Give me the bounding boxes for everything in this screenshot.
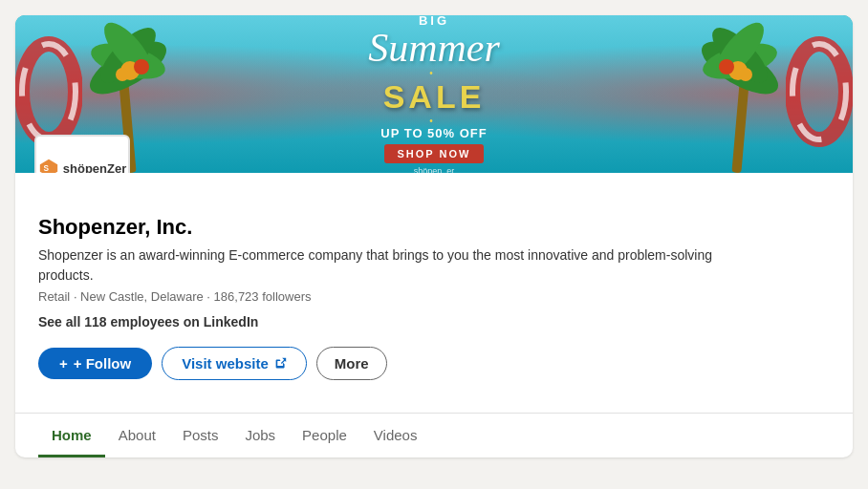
- meta-separator-2: ·: [206, 289, 213, 304]
- more-button[interactable]: More: [316, 347, 387, 380]
- company-followers: 186,723 followers: [214, 289, 312, 304]
- shopenzer-logo-icon: S: [38, 158, 59, 173]
- company-page-card: BIG Summer • SALE • UP TO 50% OFF SHOP N…: [15, 15, 853, 457]
- nav-item-videos[interactable]: Videos: [360, 414, 431, 457]
- company-nav: Home About Posts Jobs People Videos: [15, 413, 853, 457]
- external-link-icon: [274, 357, 287, 370]
- nav-item-people[interactable]: People: [289, 414, 360, 457]
- svg-point-8: [134, 59, 149, 74]
- banner-sale-text: SALE: [368, 78, 500, 116]
- company-banner: BIG Summer • SALE • UP TO 50% OFF SHOP N…: [15, 15, 853, 173]
- company-logo-text: shöpenZer: [63, 161, 126, 174]
- banner-off-text: UP TO 50% OFF: [368, 126, 500, 140]
- svg-text:S: S: [43, 164, 49, 173]
- action-buttons: + + Follow Visit website More: [38, 347, 830, 380]
- follow-label: + Follow: [74, 355, 131, 372]
- banner-content: BIG Summer • SALE • UP TO 50% OFF SHOP N…: [368, 15, 500, 173]
- employees-link[interactable]: See all 118 employees on LinkedIn: [38, 314, 258, 330]
- banner-shopnow-button[interactable]: SHOP NOW: [384, 144, 485, 163]
- svg-point-17: [739, 68, 752, 81]
- company-industry: Retail: [38, 289, 70, 304]
- life-ring-right-icon: [786, 25, 853, 149]
- nav-item-jobs[interactable]: Jobs: [231, 414, 289, 457]
- profile-section: Shopenzer, Inc. Shopenzer is an award-wi…: [15, 173, 853, 395]
- nav-item-about[interactable]: About: [105, 414, 169, 457]
- company-meta: Retail · New Castle, Delaware · 186,723 …: [38, 289, 830, 304]
- svg-point-16: [719, 59, 734, 74]
- follow-plus-icon: +: [59, 355, 68, 372]
- company-name: Shopenzer, Inc.: [38, 215, 830, 240]
- banner-brand-text: shöpen_er: [368, 166, 500, 174]
- banner-summer-text: Summer: [368, 28, 500, 68]
- nav-item-posts[interactable]: Posts: [169, 414, 232, 457]
- visit-label: Visit website: [182, 355, 269, 372]
- follow-button[interactable]: + + Follow: [38, 348, 152, 379]
- svg-point-9: [116, 68, 129, 81]
- company-logo: S shöpenZer: [34, 135, 130, 173]
- company-description: Shopenzer is an award-winning E-commerce…: [38, 245, 727, 286]
- nav-item-home[interactable]: Home: [38, 414, 105, 457]
- banner-dots2: •: [368, 116, 500, 126]
- visit-website-button[interactable]: Visit website: [162, 347, 307, 380]
- company-location: New Castle, Delaware: [80, 289, 204, 304]
- palm-tree-right-icon: [681, 15, 795, 173]
